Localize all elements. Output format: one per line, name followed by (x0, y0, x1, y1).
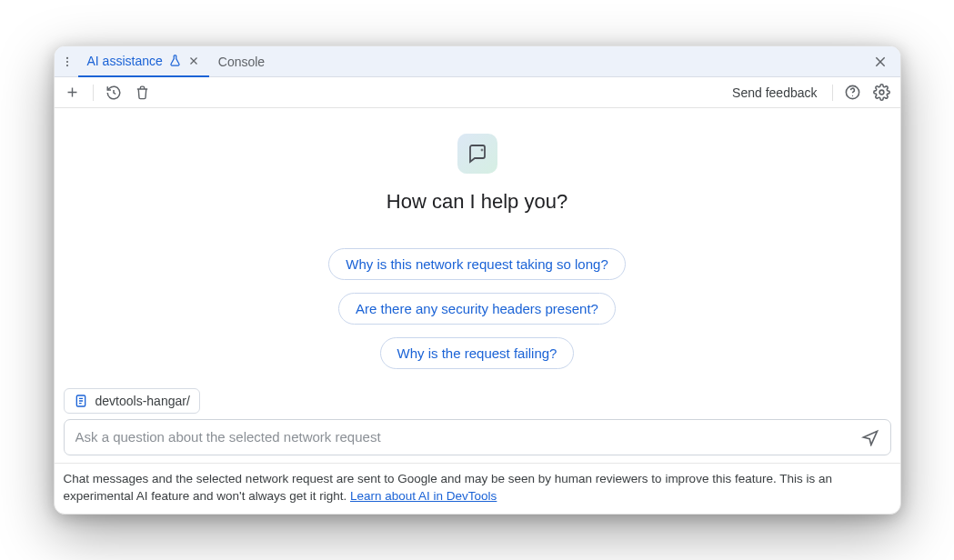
help-icon[interactable] (842, 82, 864, 104)
main-content: How can I help you? Why is this network … (55, 108, 900, 514)
window-close-icon[interactable] (868, 49, 893, 75)
svg-point-5 (879, 90, 884, 95)
tab-ai-assistance[interactable]: AI assistance (78, 46, 209, 77)
hero-title: How can I help you? (387, 190, 567, 214)
document-icon (74, 394, 88, 408)
input-row (55, 419, 900, 463)
learn-more-link[interactable]: Learn about AI in DevTools (350, 489, 497, 503)
context-label: devtools-hangar/ (95, 394, 190, 408)
suggestion-list: Why is this network request taking so lo… (328, 248, 625, 369)
toolbar-divider (93, 85, 94, 101)
context-row: devtools-hangar/ (55, 379, 209, 419)
history-icon[interactable] (103, 82, 125, 104)
svg-point-0 (65, 56, 67, 58)
delete-icon[interactable] (132, 82, 154, 104)
selected-request-pill[interactable]: devtools-hangar/ (64, 388, 200, 414)
toolbar: Send feedback (55, 77, 900, 108)
suggestion-chip[interactable]: Are there any security headers present? (338, 293, 616, 325)
send-feedback-link[interactable]: Send feedback (727, 85, 822, 100)
kebab-menu-icon[interactable] (58, 48, 76, 75)
ai-sparkle-chat-icon (457, 134, 497, 174)
svg-point-2 (65, 65, 67, 66)
new-chat-button[interactable] (62, 82, 84, 104)
prompt-input-wrap (64, 419, 891, 455)
suggestion-chip[interactable]: Why is this network request taking so lo… (328, 248, 625, 280)
close-tab-icon[interactable] (187, 55, 200, 67)
toolbar-divider (832, 85, 833, 101)
settings-gear-icon[interactable] (871, 82, 893, 104)
disclaimer-footer: Chat messages and the selected network r… (55, 463, 900, 514)
tab-label: Console (218, 55, 265, 69)
tab-label: AI assistance (87, 54, 163, 68)
tab-bar: AI assistance Console (55, 46, 900, 77)
devtools-panel-window: AI assistance Console Send feedback (54, 45, 901, 515)
suggestion-chip[interactable]: Why is the request failing? (380, 337, 575, 369)
send-icon[interactable] (858, 425, 883, 450)
prompt-input[interactable] (75, 429, 858, 445)
svg-point-4 (852, 95, 853, 96)
svg-point-1 (65, 60, 67, 62)
tab-console[interactable]: Console (209, 46, 274, 77)
flask-icon (168, 54, 182, 67)
